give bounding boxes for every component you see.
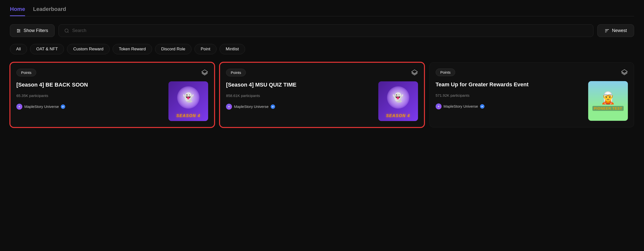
- card-2-creator: ✦ MapleStory Universe: [226, 104, 374, 110]
- card-2-creator-icon: ✦: [226, 104, 232, 110]
- filter-mintlist[interactable]: Mintlist: [220, 44, 245, 54]
- card-1-body: [Season 4] BE BACK SOON 65.35K participa…: [16, 81, 208, 121]
- filter-all[interactable]: All: [10, 44, 27, 54]
- newest-label: Newest: [612, 28, 627, 33]
- card-2-title: [Season 4] MSU QUIZ TIME: [226, 81, 374, 88]
- toolbar: Show Filters Newest: [10, 24, 634, 37]
- card-1-participants: 65.35K participants: [16, 94, 164, 98]
- card-3-pioneer-char: 🧝: [600, 91, 616, 105]
- filter-oat-nft[interactable]: OAT & NFT: [30, 44, 64, 54]
- card-2-body: [Season 4] MSU QUIZ TIME 858.61K partici…: [226, 81, 418, 121]
- card-3-header: Points: [436, 68, 628, 76]
- filter-custom-reward[interactable]: Custom Reward: [67, 44, 110, 54]
- app-container: Home Leaderboard Show Filters: [0, 0, 644, 134]
- search-icon: [64, 28, 69, 33]
- card-1-info: [Season 4] BE BACK SOON 65.35K participa…: [16, 81, 164, 110]
- sort-icon: [604, 28, 610, 33]
- card-1-season-text: SEASON 4: [176, 114, 200, 118]
- card-3-creator: ✦ MapleStory Universe: [436, 104, 584, 110]
- card-1-title: [Season 4] BE BACK SOON: [16, 81, 164, 88]
- svg-point-3: [17, 29, 18, 30]
- card-1[interactable]: Points [Season 4] BE BACK SOON 65.35K pa…: [10, 62, 214, 128]
- tab-home[interactable]: Home: [10, 6, 25, 16]
- card-2-verified: [271, 104, 275, 109]
- svg-point-4: [19, 30, 20, 31]
- card-3-verified: [480, 104, 484, 109]
- card-2-participants: 858.61K participants: [226, 94, 374, 98]
- filter-discord-role[interactable]: Discord Role: [155, 44, 192, 54]
- search-input[interactable]: [72, 28, 588, 33]
- filters-icon: [16, 28, 21, 33]
- filter-tags: All OAT & NFT Custom Reward Token Reward…: [10, 44, 634, 54]
- card-1-creator-icon: ✦: [16, 104, 22, 110]
- search-bar: [58, 24, 594, 37]
- filter-token-reward[interactable]: Token Reward: [113, 44, 152, 54]
- card-3-creator-name: MapleStory Universe: [444, 104, 478, 108]
- card-3-body: Team Up for Greater Rewards Event 571.92…: [436, 81, 628, 121]
- newest-button[interactable]: Newest: [597, 24, 634, 37]
- card-1-verified: [61, 104, 65, 109]
- nav-tabs: Home Leaderboard: [10, 6, 634, 16]
- card-2-season-text: SEASON 4: [386, 114, 410, 118]
- card-1-ghost: 👻: [177, 86, 200, 109]
- card-1-creator: ✦ MapleStory Universe: [16, 104, 164, 110]
- card-1-image: 👻 SEASON 4: [168, 81, 208, 121]
- card-3-badge: Points: [436, 68, 456, 76]
- card-3-creator-icon: ✦: [436, 104, 442, 110]
- cards-grid: Points [Season 4] BE BACK SOON 65.35K pa…: [10, 62, 634, 128]
- card-2-info: [Season 4] MSU QUIZ TIME 858.61K partici…: [226, 81, 374, 110]
- card-1-creator-name: MapleStory Universe: [24, 104, 59, 109]
- svg-line-7: [68, 32, 69, 32]
- card-2-header: Points: [226, 69, 418, 76]
- svg-point-6: [65, 29, 68, 32]
- card-3-info: Team Up for Greater Rewards Event 571.92…: [436, 81, 584, 110]
- card-3-participants: 571.92K participants: [436, 93, 584, 98]
- card-1-badge: Points: [16, 69, 36, 76]
- card-3-title: Team Up for Greater Rewards Event: [436, 81, 584, 88]
- card-2-badge: Points: [226, 69, 246, 76]
- show-filters-label: Show Filters: [24, 28, 48, 33]
- svg-point-5: [17, 32, 18, 32]
- layers-icon: [621, 69, 628, 76]
- show-filters-button[interactable]: Show Filters: [10, 24, 54, 37]
- layers-icon: [411, 69, 418, 76]
- card-3-pioneer-label: PIONEER TEST: [592, 106, 624, 111]
- filter-point[interactable]: Point: [194, 44, 216, 54]
- card-3-image: 🧝 PIONEER TEST: [588, 81, 628, 121]
- card-3[interactable]: Points Team Up for Greater Rewards Event…: [430, 62, 634, 128]
- card-3-pioneer-content: 🧝 PIONEER TEST: [588, 81, 628, 121]
- card-2[interactable]: Points [Season 4] MSU QUIZ TIME 858.61K …: [220, 62, 424, 128]
- card-1-header: Points: [16, 69, 208, 76]
- card-2-ghost: 👻: [387, 86, 409, 109]
- card-2-creator-name: MapleStory Universe: [234, 104, 268, 109]
- layers-icon: [201, 69, 208, 76]
- tab-leaderboard[interactable]: Leaderboard: [33, 6, 66, 16]
- card-2-image: 👻 SEASON 4: [378, 81, 418, 121]
